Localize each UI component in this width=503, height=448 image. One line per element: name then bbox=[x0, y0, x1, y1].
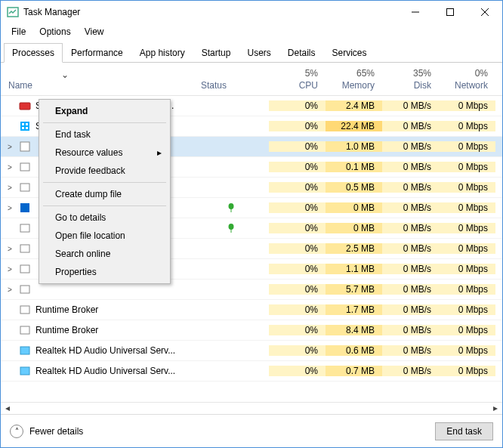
ctx-go-to-details[interactable]: Go to details bbox=[42, 209, 168, 227]
process-icon bbox=[19, 365, 31, 377]
process-icon bbox=[19, 263, 31, 275]
expander-icon[interactable]: > bbox=[5, 143, 14, 151]
ctx-properties[interactable]: Properties bbox=[42, 263, 168, 281]
ctx-expand[interactable]: Expand bbox=[42, 102, 168, 120]
end-task-button[interactable]: End task bbox=[435, 422, 493, 440]
maximize-button[interactable] bbox=[433, 1, 468, 23]
cell-memory: 0.1 MB bbox=[326, 162, 382, 172]
process-icon bbox=[19, 181, 31, 193]
tab-performance[interactable]: Performance bbox=[63, 43, 131, 63]
tab-details[interactable]: Details bbox=[279, 43, 324, 63]
menu-file[interactable]: File bbox=[5, 25, 32, 39]
cell-memory: 0.6 MB bbox=[326, 345, 382, 356]
cell-disk: 0 MB/s bbox=[382, 162, 439, 172]
tab-startup[interactable]: Startup bbox=[193, 43, 239, 63]
cell-network: 0 Mbps bbox=[439, 121, 495, 131]
svg-rect-5 bbox=[20, 103, 30, 110]
menubar: File Options View bbox=[1, 23, 502, 40]
svg-rect-24 bbox=[20, 326, 29, 334]
horizontal-scrollbar[interactable]: ◂ ▸ bbox=[1, 402, 502, 414]
cell-network: 0 Mbps bbox=[439, 304, 495, 315]
menu-options[interactable]: Options bbox=[33, 25, 76, 39]
expander-icon[interactable]: > bbox=[5, 286, 14, 294]
cell-network: 0 Mbps bbox=[439, 243, 495, 254]
process-list: Synaptics TouchPad 64-bit Enha...0%2.4 M… bbox=[1, 96, 502, 402]
cell-memory: 0 MB bbox=[326, 223, 382, 233]
ctx-separator bbox=[43, 122, 166, 123]
cell-disk: 0 MB/s bbox=[382, 223, 439, 233]
cell-memory: 0 MB bbox=[326, 202, 382, 213]
cell-cpu: 0% bbox=[269, 100, 326, 111]
cell-memory: 0.5 MB bbox=[326, 182, 382, 193]
cell-disk: 0 MB/s bbox=[382, 182, 439, 193]
svg-rect-26 bbox=[20, 367, 29, 375]
memory-pct: 65% bbox=[356, 68, 375, 79]
col-name-label: Name bbox=[8, 80, 186, 91]
svg-rect-23 bbox=[20, 306, 29, 314]
cell-network: 0 Mbps bbox=[439, 325, 495, 335]
svg-rect-17 bbox=[20, 224, 29, 232]
ctx-open-file-location[interactable]: Open file location bbox=[42, 227, 168, 245]
table-row[interactable]: Realtek HD Audio Universal Serv...0%0.7 … bbox=[1, 361, 502, 382]
table-row[interactable]: Runtime Broker0%1.7 MB0 MB/s0 Mbps bbox=[1, 300, 502, 320]
col-disk[interactable]: 35%Disk bbox=[382, 63, 439, 95]
cell-cpu: 0% bbox=[269, 141, 326, 152]
table-row[interactable]: Runtime Broker0%8.4 MB0 MB/s0 Mbps bbox=[1, 320, 502, 341]
tab-users[interactable]: Users bbox=[239, 43, 279, 63]
col-name[interactable]: ⌄ Name bbox=[1, 63, 193, 95]
tab-app-history[interactable]: App history bbox=[131, 43, 193, 63]
scroll-right-icon[interactable]: ▸ bbox=[489, 403, 502, 414]
cell-network: 0 Mbps bbox=[439, 284, 495, 295]
col-status[interactable]: Status bbox=[193, 63, 269, 95]
cell-memory: 8.4 MB bbox=[326, 325, 382, 335]
titlebar: Task Manager bbox=[1, 1, 502, 23]
expander-icon[interactable]: > bbox=[5, 184, 14, 192]
process-name: Runtime Broker bbox=[35, 325, 98, 335]
cell-disk: 0 MB/s bbox=[382, 284, 439, 295]
svg-rect-20 bbox=[20, 245, 29, 252]
process-name: Realtek HD Audio Universal Serv... bbox=[35, 366, 175, 376]
footer: ˄ Fewer details End task bbox=[1, 414, 502, 447]
ctx-provide-feedback[interactable]: Provide feedback bbox=[42, 162, 168, 180]
close-button[interactable] bbox=[468, 1, 502, 23]
scroll-left-icon[interactable]: ◂ bbox=[1, 403, 14, 414]
svg-rect-12 bbox=[20, 163, 29, 171]
cell-disk: 0 MB/s bbox=[382, 345, 439, 356]
ctx-search-online[interactable]: Search online bbox=[42, 245, 168, 263]
tab-services[interactable]: Services bbox=[324, 43, 375, 63]
expander-icon[interactable]: > bbox=[5, 245, 14, 253]
cell-network: 0 Mbps bbox=[439, 223, 495, 233]
process-icon bbox=[19, 141, 31, 153]
svg-rect-11 bbox=[20, 142, 29, 151]
expander-icon[interactable]: > bbox=[5, 163, 14, 171]
minimize-button[interactable] bbox=[398, 1, 433, 23]
svg-rect-25 bbox=[20, 347, 29, 354]
cell-network: 0 Mbps bbox=[439, 264, 495, 274]
process-icon bbox=[19, 100, 31, 112]
cell-cpu: 0% bbox=[269, 345, 326, 356]
col-memory[interactable]: 65%Memory bbox=[326, 63, 382, 95]
cell-memory: 1.0 MB bbox=[326, 141, 382, 152]
ctx-create-dump[interactable]: Create dump file bbox=[42, 185, 168, 203]
fewer-details-button[interactable]: ˄ Fewer details bbox=[10, 425, 83, 438]
expander-icon[interactable]: > bbox=[5, 265, 14, 273]
cell-cpu: 0% bbox=[269, 264, 326, 274]
cell-memory: 22.4 MB bbox=[326, 121, 382, 131]
col-cpu[interactable]: 5%CPU bbox=[269, 63, 326, 95]
table-row[interactable]: Realtek HD Audio Universal Serv...0%0.6 … bbox=[1, 341, 502, 361]
menu-view[interactable]: View bbox=[79, 25, 110, 39]
svg-rect-21 bbox=[20, 265, 29, 273]
col-network[interactable]: 0%Network bbox=[439, 63, 495, 95]
cell-disk: 0 MB/s bbox=[382, 304, 439, 315]
col-status-label: Status bbox=[201, 80, 261, 91]
expander-icon[interactable]: > bbox=[5, 204, 14, 212]
ctx-end-task[interactable]: End task bbox=[42, 125, 168, 144]
cell-memory: 2.4 MB bbox=[326, 100, 382, 111]
ctx-resource-values[interactable]: Resource values▸ bbox=[42, 144, 168, 162]
tab-processes[interactable]: Processes bbox=[4, 43, 63, 63]
svg-rect-2 bbox=[447, 9, 454, 16]
process-icon bbox=[19, 202, 31, 214]
cell-cpu: 0% bbox=[269, 366, 326, 376]
cell-memory: 5.7 MB bbox=[326, 284, 382, 295]
cell-disk: 0 MB/s bbox=[382, 366, 439, 376]
